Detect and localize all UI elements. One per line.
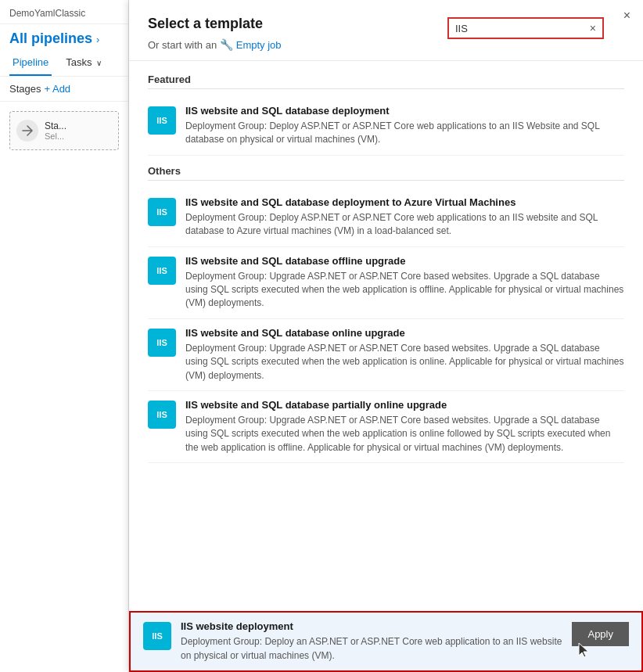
iis-badge-featured-0: IIS — [148, 106, 176, 135]
stage-title: Sta... — [45, 120, 66, 131]
search-container: × — [447, 17, 604, 39]
iis-badge-others-1: IIS — [148, 257, 176, 285]
template-desc-others-3: Deployment Group: Upgrade ASP.NET or ASP… — [185, 414, 624, 455]
add-stage-button[interactable]: + Add — [44, 83, 70, 95]
template-item-others-0[interactable]: IIS IIS website and SQL database deploym… — [148, 189, 624, 247]
selected-template-row[interactable]: IIS IIS website deployment Deployment Gr… — [129, 611, 643, 672]
template-item-others-2[interactable]: IIS IIS website and SQL database online … — [148, 319, 624, 391]
search-input[interactable] — [455, 23, 590, 34]
empty-job-icon: 🔧 — [220, 38, 233, 51]
app-name: DemoYamlClassic — [0, 0, 128, 24]
stage-card[interactable]: Sta... Sel... — [9, 111, 119, 150]
sidebar-nav-tasks[interactable]: Tasks ∨ — [63, 50, 105, 76]
iis-badge-others-3: IIS — [148, 401, 176, 429]
modal-subtitle: Or start with an 🔧 Empty job — [148, 38, 624, 51]
template-item-others-3[interactable]: IIS IIS website and SQL database partial… — [148, 391, 624, 463]
stage-icon — [16, 120, 38, 142]
others-label: Others — [148, 165, 624, 181]
template-name-others-1: IIS website and SQL database offline upg… — [185, 255, 624, 267]
stages-bar: Stages + Add — [0, 77, 128, 102]
tasks-chevron-icon: ∨ — [96, 59, 102, 67]
template-item-featured-0[interactable]: IIS IIS website and SQL database deploym… — [148, 97, 624, 156]
template-name-others-0: IIS website and SQL database deployment … — [185, 196, 624, 208]
sidebar-nav: Pipeline Tasks ∨ — [0, 50, 128, 77]
template-desc-featured-0: Deployment Group: Deploy ASP.NET or ASP.… — [185, 120, 624, 147]
close-button[interactable]: × — [623, 9, 630, 22]
template-item-others-1[interactable]: IIS IIS website and SQL database offline… — [148, 247, 624, 319]
search-clear-icon[interactable]: × — [590, 22, 596, 34]
modal-content: Featured IIS IIS website and SQL databas… — [129, 61, 643, 672]
iis-badge-others-0: IIS — [148, 198, 176, 226]
template-desc-others-2: Deployment Group: Upgrade ASP.NET or ASP… — [185, 342, 624, 383]
apply-button[interactable]: Apply — [572, 622, 629, 646]
template-name-others-2: IIS website and SQL database online upgr… — [185, 327, 624, 339]
selected-template-name: IIS website deployment — [181, 620, 562, 632]
others-section: Others IIS IIS website and SQL database … — [148, 165, 624, 463]
selected-template-desc: Deployment Group: Deploy an ASP.NET or A… — [181, 635, 562, 663]
breadcrumb[interactable]: All pipelines › — [0, 24, 128, 50]
template-name-others-3: IIS website and SQL database partially o… — [185, 399, 624, 411]
empty-job-link[interactable]: 🔧 Empty job — [220, 38, 282, 51]
iis-badge-others-2: IIS — [148, 329, 176, 357]
sidebar: DemoYamlClassic All pipelines › Pipeline… — [0, 0, 129, 672]
template-desc-others-0: Deployment Group: Deploy ASP.NET or ASP.… — [185, 211, 624, 239]
template-desc-others-1: Deployment Group: Upgrade ASP.NET or ASP… — [185, 270, 624, 311]
search-box: × — [447, 17, 604, 39]
template-name-featured-0: IIS website and SQL database deployment — [185, 105, 624, 117]
stage-subtitle: Sel... — [45, 131, 66, 141]
template-modal: × × Select a template Or start with an 🔧… — [129, 0, 643, 672]
iis-badge-selected: IIS — [143, 622, 171, 650]
featured-label: Featured — [148, 74, 624, 89]
sidebar-nav-pipeline[interactable]: Pipeline — [9, 50, 52, 76]
